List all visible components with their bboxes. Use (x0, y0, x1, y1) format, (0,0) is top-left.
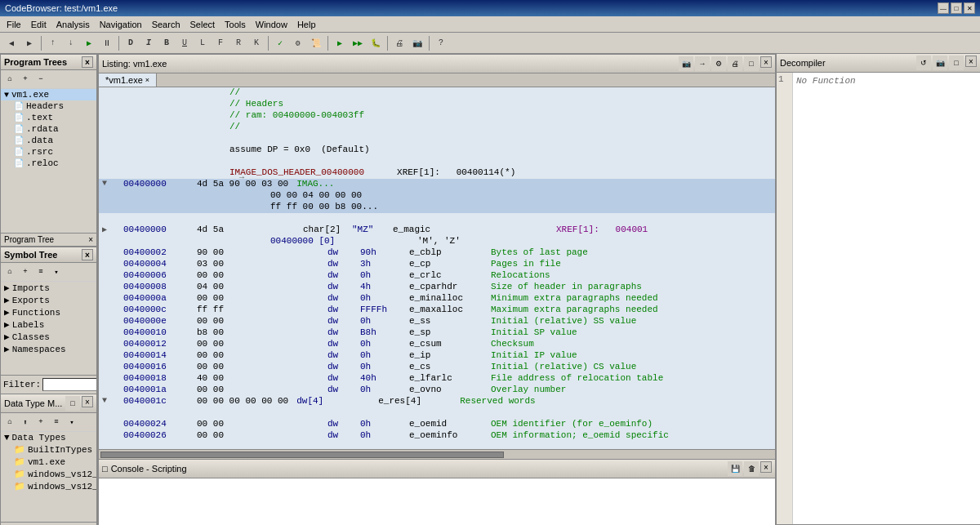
hscroll-thumb[interactable] (100, 452, 504, 458)
close-button[interactable]: ✕ (964, 2, 975, 14)
dt-btn4[interactable]: ≡ (49, 415, 64, 429)
dt-expand-button[interactable]: □ (65, 396, 80, 411)
dt-item-vm1exe[interactable]: 📁 vm1.exe (1, 456, 96, 468)
st-btn3[interactable]: ≡ (33, 265, 48, 279)
decompiler-screenshot-button[interactable]: 📷 (933, 56, 947, 70)
tb-green-run[interactable]: ▶ (332, 35, 348, 51)
st-item-imports[interactable]: ▶ Imports (1, 282, 96, 294)
console-close[interactable]: × (760, 461, 772, 473)
decompiler-refresh-button[interactable]: ↺ (916, 56, 931, 70)
tree-item-reloc[interactable]: 📄 .reloc (1, 158, 96, 169)
listing-expand[interactable]: □ (744, 56, 759, 71)
dt-item-vs12-32[interactable]: 📁 windows_vs12_32 (1, 468, 96, 480)
decompiler-close[interactable]: × (965, 56, 977, 67)
tb-checkmark[interactable]: ✓ (272, 35, 288, 51)
symbol-tree-close[interactable]: × (82, 249, 93, 260)
listing-line: // Headers (99, 99, 775, 110)
expand-button-mz[interactable]: ▶ (102, 225, 112, 234)
console-content[interactable] (99, 478, 775, 525)
pt-add-button[interactable]: + (18, 72, 33, 87)
st-item-exports[interactable]: ▶ Exports (1, 294, 96, 306)
dt-btn2[interactable]: ⬆ (18, 415, 33, 429)
menu-search[interactable]: Search (147, 18, 185, 31)
tree-item-text[interactable]: 📄 .text (1, 112, 96, 123)
tb-btn-b[interactable]: B (158, 35, 175, 51)
st-btn1[interactable]: ⌂ (2, 265, 17, 279)
tb-btn-f[interactable]: F (212, 35, 229, 51)
listing-settings[interactable]: ⚙ (711, 56, 726, 71)
expand-button-res4[interactable]: ▼ (102, 396, 112, 405)
dt-btn3[interactable]: + (33, 415, 48, 429)
tb-printer[interactable]: 🖨 (391, 35, 408, 51)
menu-help[interactable]: Help (292, 18, 321, 31)
dt-item-builtintypes[interactable]: 📁 BuiltInTypes (1, 443, 96, 456)
arrow-up-button[interactable]: ↑ (45, 35, 61, 51)
dt-item-datatypes[interactable]: ▼ Data Types (1, 432, 96, 443)
tb-green-run2[interactable]: ▶▶ (350, 35, 366, 51)
listing-navigate[interactable]: → (695, 56, 710, 71)
mnem-oemid: dw (327, 419, 360, 429)
decompiler-expand-button[interactable]: □ (949, 56, 964, 70)
menu-edit[interactable]: Edit (26, 18, 51, 31)
window-controls[interactable]: — □ ✕ (938, 2, 975, 14)
tb-help[interactable]: ? (433, 35, 449, 51)
main-area: Program Trees × ⌂ + − ▼ vm1.exe 📄 Header… (0, 54, 980, 525)
tree-item-rdata[interactable]: 📄 .rdata (1, 123, 96, 135)
st-item-classes[interactable]: ▶ Classes (1, 331, 96, 343)
listing-close[interactable]: × (760, 56, 772, 68)
expand-button-1[interactable]: ▼ (102, 179, 112, 188)
listing-hscrollbar[interactable] (99, 449, 775, 459)
arrow-down-button[interactable]: ↓ (63, 35, 79, 51)
listing-print[interactable]: 🖨 (728, 56, 742, 71)
tree-item-data[interactable]: 📄 .data (1, 135, 96, 146)
program-tree-footer-close[interactable]: × (88, 235, 93, 244)
minimize-button[interactable]: — (938, 2, 949, 14)
tb-btn-i[interactable]: I (140, 35, 157, 51)
pause-button[interactable]: ⏸ (99, 35, 115, 51)
tb-btn-u[interactable]: U (176, 35, 193, 51)
st-btn4[interactable]: ▾ (49, 265, 64, 279)
tb-btn-k[interactable]: K (248, 35, 265, 51)
tb-btn-l[interactable]: L (194, 35, 211, 51)
back-button[interactable]: ◀ (3, 35, 20, 51)
tb-snapshot[interactable]: 📷 (409, 35, 425, 51)
tb-btn-d[interactable]: D (122, 35, 139, 51)
tb-script[interactable]: 📜 (308, 35, 324, 51)
dt-manager-close[interactable]: × (82, 396, 93, 407)
tb-debug[interactable]: 🐛 (368, 35, 384, 51)
dt-btn5[interactable]: ▾ (65, 415, 79, 429)
st-item-namespaces[interactable]: ▶ Namespaces (1, 343, 96, 355)
console-clear-button[interactable]: 🗑 (744, 461, 759, 476)
mnem-ovno: dw (327, 385, 360, 394)
menu-window[interactable]: Window (251, 18, 292, 31)
menu-select[interactable]: Select (185, 18, 220, 31)
tree-item-rsrc[interactable]: 📄 .rsrc (1, 146, 96, 158)
dt-item-vs12-64[interactable]: 📁 windows_vs12_64 (1, 480, 96, 492)
st-item-labels[interactable]: ▶ Labels (1, 318, 96, 331)
listing-tab-close[interactable]: × (145, 76, 149, 84)
st-item-functions[interactable]: ▶ Functions (1, 306, 96, 318)
pt-home-button[interactable]: ⌂ (2, 72, 17, 87)
maximize-button[interactable]: □ (951, 2, 962, 14)
run-button[interactable]: ▶ (81, 35, 97, 51)
listing-tab-vm1exe[interactable]: *vm1.exe × (99, 73, 157, 87)
st-btn2[interactable]: + (18, 265, 33, 279)
tb-btn-r[interactable]: R (230, 35, 247, 51)
program-tree-close[interactable]: × (82, 56, 93, 68)
symbol-filter-input[interactable] (42, 378, 97, 391)
listing-content[interactable]: → // // Headers // ram: 00400000-004003f… (99, 87, 775, 449)
mnem-res4: dw[4] (296, 396, 329, 406)
decompiler-content[interactable]: No Function (793, 73, 980, 524)
tb-analyze[interactable]: ⚙ (290, 35, 306, 51)
menu-analysis[interactable]: Analysis (51, 18, 95, 31)
dt-btn1[interactable]: ⌂ (2, 415, 17, 429)
console-save-button[interactable]: 💾 (728, 461, 742, 476)
menu-navigation[interactable]: Navigation (95, 18, 147, 31)
tree-item-headers[interactable]: 📄 Headers (1, 100, 96, 112)
tree-item-vm1exe[interactable]: ▼ vm1.exe (1, 89, 96, 100)
menu-file[interactable]: File (2, 18, 26, 31)
pt-remove-button[interactable]: − (33, 72, 48, 87)
menu-tools[interactable]: Tools (220, 18, 251, 31)
listing-snapshot[interactable]: 📷 (679, 56, 693, 71)
forward-button[interactable]: ▶ (21, 35, 38, 51)
